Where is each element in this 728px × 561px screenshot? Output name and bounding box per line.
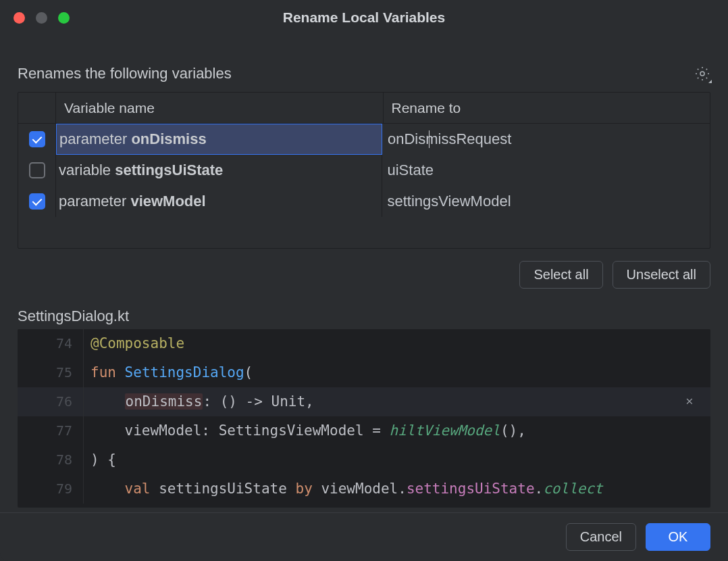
- table-row[interactable]: parameter viewModel settingsViewModel: [18, 186, 710, 217]
- gutter-line-number: 76: [18, 387, 84, 416]
- row-checkbox[interactable]: [29, 162, 45, 178]
- row-checkbox[interactable]: [29, 131, 45, 147]
- window-title: Rename Local Variables: [0, 9, 728, 26]
- row-checkbox[interactable]: [29, 193, 45, 210]
- text-caret: [429, 130, 430, 148]
- close-icon[interactable]: ✕: [679, 390, 700, 410]
- ok-button[interactable]: OK: [646, 523, 710, 551]
- titlebar: Rename Local Variables: [0, 0, 728, 35]
- col-header-variable[interactable]: Variable name: [56, 93, 384, 123]
- variable-name-cell[interactable]: parameter viewModel: [56, 186, 382, 217]
- rename-input[interactable]: [388, 124, 710, 155]
- cancel-button[interactable]: Cancel: [566, 523, 636, 551]
- code-preview[interactable]: ✕ 74 @Composable 75 fun SettingsDialog( …: [18, 329, 710, 508]
- gutter-line-number: 77: [18, 416, 84, 445]
- minimize-window-button[interactable]: [36, 12, 47, 24]
- zoom-window-button[interactable]: [58, 12, 70, 24]
- table-header: Variable name Rename to: [18, 93, 710, 124]
- gutter-line-number: 75: [18, 358, 84, 387]
- dialog-subtitle: Renames the following variables: [18, 65, 232, 82]
- gutter-line-number: 74: [18, 329, 84, 358]
- table-row[interactable]: variable settingsUiState uiState: [18, 155, 710, 186]
- variable-name-cell[interactable]: variable settingsUiState: [56, 155, 382, 186]
- filename-label: SettingsDialog.kt: [18, 308, 710, 325]
- gear-icon[interactable]: [694, 66, 710, 82]
- rename-to-cell[interactable]: [382, 124, 710, 155]
- rename-to-cell[interactable]: uiState: [382, 155, 710, 186]
- svg-point-0: [700, 72, 704, 76]
- traffic-lights: [0, 12, 70, 24]
- close-window-button[interactable]: [14, 12, 25, 24]
- rename-to-cell[interactable]: settingsViewModel: [382, 186, 710, 217]
- unselect-all-button[interactable]: Unselect all: [613, 261, 710, 289]
- rename-table: Variable name Rename to parameter onDism…: [18, 92, 710, 249]
- variable-name-cell[interactable]: parameter onDismiss: [56, 124, 382, 155]
- gutter-line-number: 79: [18, 474, 84, 504]
- table-row[interactable]: parameter onDismiss: [18, 124, 710, 155]
- gutter-line-number: 78: [18, 445, 84, 474]
- dialog-footer: Cancel OK: [0, 512, 728, 561]
- select-all-button[interactable]: Select all: [519, 261, 602, 289]
- table-empty-row: [18, 217, 710, 248]
- col-header-rename[interactable]: Rename to: [384, 93, 710, 123]
